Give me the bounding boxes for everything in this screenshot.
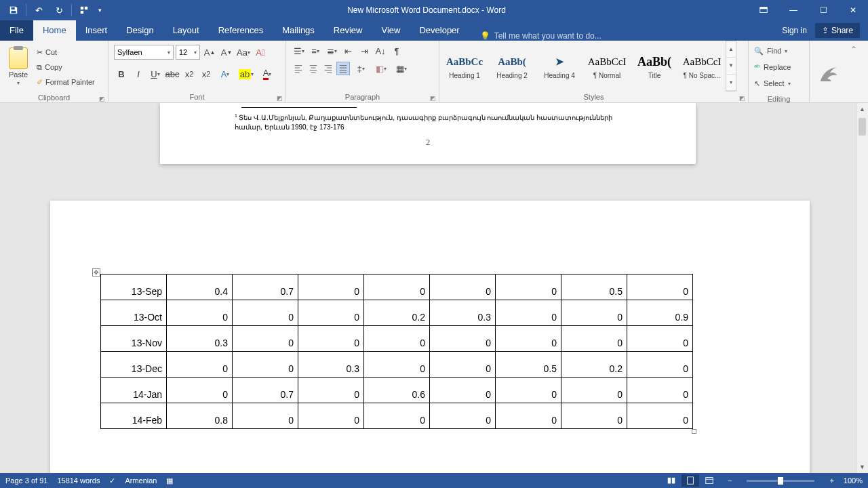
zoom-level[interactable]: 100% <box>844 476 863 485</box>
data-cell[interactable]: 0.7 <box>233 274 298 300</box>
redo-button[interactable]: ↻ <box>50 1 68 20</box>
share-button[interactable]: ⇪ Share <box>815 23 860 38</box>
tab-insert[interactable]: Insert <box>76 20 117 41</box>
align-right-button[interactable] <box>321 62 335 75</box>
table-row[interactable]: 13-Sep0.40.700000.50 <box>101 274 693 300</box>
data-cell[interactable]: 0 <box>627 352 693 378</box>
text-effects-button[interactable]: A▾ <box>216 66 235 81</box>
grow-font-button[interactable]: A▲ <box>202 45 217 60</box>
bold-button[interactable]: B <box>114 66 129 81</box>
table-row[interactable]: 14-Feb0.80000000 <box>101 403 693 429</box>
data-cell[interactable]: 0 <box>430 378 496 403</box>
data-cell[interactable]: 0.9 <box>627 300 693 326</box>
scroll-up-button[interactable]: ▲ <box>856 103 868 115</box>
data-cell[interactable]: 0.5 <box>561 274 627 300</box>
data-cell[interactable]: 0 <box>298 300 364 326</box>
data-cell[interactable]: 0 <box>561 326 627 352</box>
data-cell[interactable]: 0 <box>298 274 364 300</box>
find-button[interactable]: 🔍Find▾ <box>754 43 787 58</box>
shading-button[interactable]: ◧▾ <box>372 61 391 76</box>
scroll-thumb[interactable] <box>859 118 866 136</box>
data-cell[interactable]: 0 <box>496 403 561 429</box>
sort-button[interactable]: A↓ <box>373 43 388 58</box>
paragraph-launcher[interactable]: ◩ <box>430 95 436 102</box>
data-cell[interactable]: 0 <box>167 300 233 326</box>
zoom-out-button[interactable]: − <box>728 476 732 485</box>
data-cell[interactable]: 0.2 <box>561 352 627 378</box>
style-heading-2[interactable]: AaBb(Heading 2 <box>488 41 536 92</box>
data-cell[interactable]: 0.4 <box>167 274 233 300</box>
status-proofing-icon[interactable]: ✓ <box>109 476 115 485</box>
data-cell[interactable]: 0 <box>364 403 430 429</box>
data-cell[interactable]: 0 <box>627 378 693 403</box>
ribbon-display-options-button[interactable] <box>749 0 778 20</box>
data-table[interactable]: 13-Sep0.40.700000.5013-Oct0000.20.3000.9… <box>100 274 693 429</box>
scroll-down-button[interactable]: ▼ <box>856 461 868 473</box>
read-mode-button[interactable] <box>663 474 680 487</box>
row-label-cell[interactable]: 13-Nov <box>101 326 167 352</box>
web-layout-button[interactable] <box>701 474 718 487</box>
document-canvas[interactable]: 1 Տես Վ.Ա.Մելքոնյան, Քաղաքատնտեսություն,… <box>0 103 856 473</box>
qat-customize-button[interactable]: ▾ <box>95 1 104 20</box>
footnote-text[interactable]: 1 Տես Վ.Ա.Մելքոնյան, Քաղաքատնտեսություն,… <box>235 113 621 131</box>
data-cell[interactable]: 0 <box>298 326 364 352</box>
data-cell[interactable]: 0 <box>298 403 364 429</box>
increase-indent-button[interactable]: ⇥ <box>357 43 372 58</box>
row-label-cell[interactable]: 13-Sep <box>101 274 167 300</box>
vertical-scrollbar[interactable]: ▲ ▼ <box>856 103 868 473</box>
table-row[interactable]: 13-Nov0.30000000 <box>101 326 693 352</box>
style-title[interactable]: AaBb(Title <box>631 41 678 92</box>
gallery-up[interactable]: ▲ <box>726 41 736 58</box>
signin-link[interactable]: Sign in <box>782 26 807 35</box>
cut-button[interactable]: ✂Cut <box>35 45 96 60</box>
status-page[interactable]: Page 3 of 91 <box>5 476 47 485</box>
select-button[interactable]: ↖Select▾ <box>754 76 791 91</box>
maximize-button[interactable]: ☐ <box>808 0 838 20</box>
data-cell[interactable]: 0.3 <box>298 352 364 378</box>
row-label-cell[interactable]: 13-Oct <box>101 300 167 326</box>
data-cell[interactable]: 0 <box>496 378 561 403</box>
data-cell[interactable]: 0 <box>298 378 364 403</box>
data-cell[interactable]: 0 <box>364 326 430 352</box>
paste-dropdown-caret[interactable]: ▾ <box>17 80 20 86</box>
data-cell[interactable]: 0.8 <box>167 403 233 429</box>
styles-gallery-scroll[interactable]: ▲▼▾ <box>726 41 736 92</box>
style--no-spac-[interactable]: AaBbCcI¶ No Spac... <box>678 41 726 92</box>
highlight-button[interactable]: ab▾ <box>237 66 256 81</box>
style-heading-1[interactable]: AaBbCcHeading 1 <box>441 41 488 92</box>
italic-button[interactable]: I <box>131 66 146 81</box>
data-cell[interactable]: 0 <box>561 403 627 429</box>
shrink-font-button[interactable]: A▼ <box>219 45 234 60</box>
data-cell[interactable]: 0.5 <box>496 352 561 378</box>
tab-references[interactable]: References <box>209 20 273 41</box>
data-cell[interactable]: 0 <box>167 352 233 378</box>
row-label-cell[interactable]: 14-Feb <box>101 403 167 429</box>
close-button[interactable]: ✕ <box>838 0 868 20</box>
line-spacing-button[interactable]: ‡▾ <box>351 61 370 76</box>
justify-button[interactable] <box>336 62 350 75</box>
data-cell[interactable]: 0 <box>233 403 298 429</box>
clear-formatting-button[interactable]: A⃠ <box>253 45 268 60</box>
data-cell[interactable]: 0 <box>627 326 693 352</box>
tell-me-box[interactable]: 💡 Tell me what you want to do... <box>480 31 601 41</box>
change-case-button[interactable]: Aa▾ <box>236 45 251 60</box>
data-cell[interactable]: 0 <box>233 300 298 326</box>
tab-mailings[interactable]: Mailings <box>273 20 324 41</box>
tab-file[interactable]: File <box>0 20 33 41</box>
borders-button[interactable]: ▦▾ <box>392 61 411 76</box>
data-cell[interactable]: 0 <box>496 326 561 352</box>
row-label-cell[interactable]: 14-Jan <box>101 378 167 403</box>
underline-button[interactable]: U▾ <box>148 66 163 81</box>
qat-misc-button[interactable] <box>75 1 94 20</box>
tab-layout[interactable]: Layout <box>163 20 209 41</box>
data-cell[interactable]: 0 <box>627 403 693 429</box>
gallery-down[interactable]: ▼ <box>726 58 736 74</box>
superscript-button[interactable]: x2 <box>199 66 214 81</box>
numbering-button[interactable]: ≡▾ <box>308 43 323 58</box>
gallery-more[interactable]: ▾ <box>726 75 736 91</box>
tab-design[interactable]: Design <box>117 20 163 41</box>
subscript-button[interactable]: x2 <box>182 66 197 81</box>
format-painter-button[interactable]: ✐Format Painter <box>35 75 96 89</box>
font-launcher[interactable]: ◩ <box>277 95 283 102</box>
print-layout-button[interactable] <box>682 474 699 487</box>
